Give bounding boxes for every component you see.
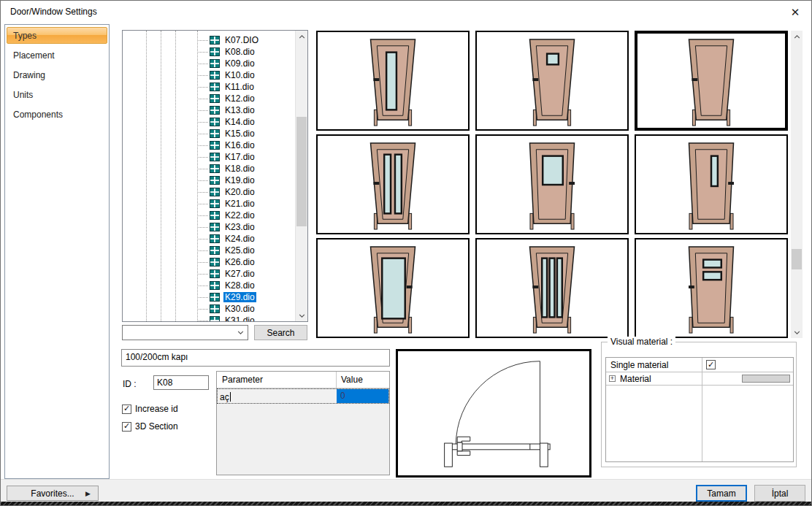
- tree-item[interactable]: K19.dio: [123, 175, 294, 186]
- window-file-icon: [210, 83, 220, 91]
- door-preview-grid: [316, 31, 788, 338]
- door-thumbnail[interactable]: [635, 134, 788, 234]
- tree-item[interactable]: K22.dio: [123, 210, 294, 221]
- tree-item[interactable]: K30.dio: [123, 303, 294, 315]
- sidebar-item[interactable]: Types: [7, 27, 107, 44]
- tree-item[interactable]: K28.dio: [123, 280, 294, 291]
- tree-item[interactable]: K08.dio: [123, 46, 294, 58]
- tree-branch-connector: [197, 75, 208, 76]
- tree-item[interactable]: K13.dio: [123, 104, 294, 116]
- tree-item[interactable]: K31.dio: [123, 315, 294, 322]
- preview-scrollbar[interactable]: [791, 31, 803, 338]
- door-thumbnail[interactable]: [316, 31, 470, 131]
- tree-item[interactable]: K24.dio: [123, 233, 294, 245]
- tree-item[interactable]: K15.dio: [123, 128, 294, 139]
- tree-branch-connector: [197, 285, 208, 286]
- tree-item[interactable]: K18.dio: [123, 163, 294, 175]
- window-file-icon: [210, 47, 220, 56]
- id-field[interactable]: [153, 375, 209, 390]
- tree-branch-connector: [197, 110, 208, 111]
- tree-scrollbar[interactable]: [295, 31, 307, 321]
- favorites-label: Favorites...: [31, 488, 74, 499]
- material-label: Material: [620, 374, 651, 384]
- material-row[interactable]: Material: [606, 372, 793, 386]
- increase-id-label: Increase id: [135, 404, 178, 414]
- scroll-up-icon[interactable]: [296, 31, 307, 42]
- scroll-down-icon[interactable]: [296, 310, 307, 321]
- search-button[interactable]: Search: [254, 325, 307, 340]
- door-thumbnail[interactable]: [475, 134, 629, 234]
- sidebar-item-label: Drawing: [13, 70, 45, 80]
- search-combobox[interactable]: [122, 325, 248, 340]
- window-file-icon: [210, 293, 220, 302]
- tree-item-label: K09.dio: [223, 58, 256, 69]
- checkbox-icon[interactable]: [122, 422, 131, 432]
- visual-material-legend: Visual material :: [608, 337, 675, 347]
- window-file-icon: [210, 141, 220, 150]
- tree-item[interactable]: K09.dio: [123, 58, 294, 69]
- tree-item-label: K13.dio: [223, 105, 256, 115]
- search-combo-input[interactable]: [124, 326, 232, 339]
- tree-item-list: K07.DIO K08.dio: [123, 34, 294, 322]
- window-file-icon: [210, 223, 220, 231]
- scroll-down-icon[interactable]: [791, 326, 803, 338]
- door-thumbnail[interactable]: [635, 238, 788, 338]
- tree-branch-connector: [197, 40, 208, 41]
- tree-item[interactable]: K23.dio: [123, 221, 294, 233]
- tree-item[interactable]: K21.dio: [123, 198, 294, 210]
- sidebar-item[interactable]: Units: [7, 86, 107, 103]
- single-material-row[interactable]: Single material: [606, 358, 793, 372]
- door-thumbnail[interactable]: [475, 31, 629, 131]
- type-file-tree: K07.DIO K08.dio: [122, 30, 308, 322]
- increase-id-option[interactable]: Increase id: [122, 404, 178, 414]
- door-thumbnail[interactable]: [475, 238, 629, 338]
- tree-item-label: K18.dio: [223, 164, 256, 174]
- tree-item[interactable]: K17.dio: [123, 151, 294, 163]
- tree-scroll-thumb[interactable]: [296, 117, 307, 226]
- parameter-column-header: Parameter: [222, 375, 263, 385]
- tree-branch-connector: [197, 99, 208, 99]
- window-file-icon: [210, 304, 220, 313]
- preview-scroll-thumb[interactable]: [792, 249, 802, 269]
- favorites-button[interactable]: Favorites... ▶: [7, 486, 99, 501]
- tree-item-label: K19.dio: [223, 175, 256, 185]
- parameter-value-cell[interactable]: 0: [337, 389, 388, 403]
- scroll-up-icon[interactable]: [791, 31, 803, 42]
- tree-item[interactable]: K20.dio: [123, 186, 294, 198]
- tree-item-label: K17.dio: [223, 152, 256, 162]
- close-icon[interactable]: ✕: [785, 4, 805, 21]
- tree-item[interactable]: K27.dio: [123, 268, 294, 280]
- checkbox-icon[interactable]: [706, 360, 716, 369]
- material-swatch[interactable]: [742, 375, 790, 383]
- cancel-button[interactable]: İptal: [754, 485, 805, 502]
- window-file-icon: [210, 258, 220, 267]
- tree-item[interactable]: K10.dio: [123, 69, 294, 81]
- tree-branch-connector: [197, 297, 208, 298]
- parameter-name-cell[interactable]: aç: [218, 389, 337, 403]
- tree-item[interactable]: K25.dio: [123, 245, 294, 256]
- door-thumbnail[interactable]: [316, 134, 470, 234]
- window-file-icon: [210, 246, 220, 255]
- checkbox-icon[interactable]: [122, 405, 131, 414]
- window-file-icon: [210, 106, 220, 115]
- tree-item[interactable]: K29.dio: [123, 291, 294, 303]
- tree-item[interactable]: K14.dio: [123, 116, 294, 128]
- sidebar-item[interactable]: Drawing: [7, 66, 107, 83]
- sidebar-item[interactable]: Placement: [7, 47, 107, 64]
- tree-branch-connector: [197, 87, 208, 88]
- tree-item[interactable]: K16.dio: [123, 139, 294, 151]
- parameter-row[interactable]: aç 0: [217, 388, 389, 404]
- tree-item[interactable]: K12.dio: [123, 93, 294, 104]
- ok-button[interactable]: Tamam: [696, 485, 747, 502]
- door-thumbnail[interactable]: [635, 31, 788, 131]
- sidebar-item[interactable]: Components: [7, 106, 107, 123]
- window-file-icon: [210, 94, 220, 103]
- door-thumbnail[interactable]: [316, 238, 470, 338]
- 3d-section-option[interactable]: 3D Section: [122, 421, 178, 432]
- tree-item[interactable]: K26.dio: [123, 256, 294, 268]
- tree-item[interactable]: K11.dio: [123, 81, 294, 93]
- tree-item[interactable]: K07.DIO: [123, 34, 294, 46]
- window-file-icon: [210, 199, 220, 208]
- expand-plus-icon[interactable]: [609, 375, 616, 382]
- chevron-down-icon[interactable]: [234, 326, 247, 339]
